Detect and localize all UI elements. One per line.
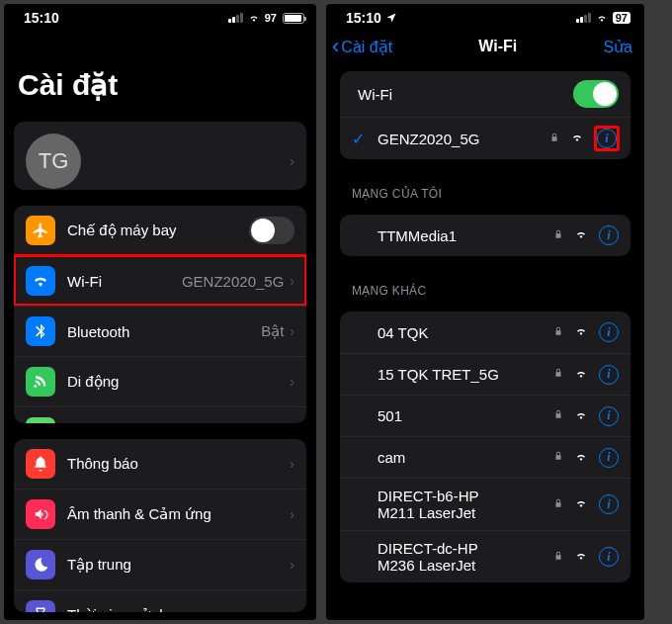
- screentime-row[interactable]: Thời gian sử dụng ›: [14, 589, 306, 612]
- location-icon: [385, 12, 397, 24]
- nav-title: Wi-Fi: [478, 38, 517, 55]
- network-row[interactable]: cami: [340, 436, 630, 478]
- battery-percent: 97: [265, 12, 277, 24]
- lock-icon: [553, 367, 563, 382]
- wifi-signal-icon: [573, 495, 589, 513]
- cellular-signal-icon: [576, 13, 591, 23]
- row-label: Di động: [67, 373, 290, 391]
- connected-network-row[interactable]: ✓ GENZ2020_5G i: [340, 117, 630, 159]
- wifi-settings-screen: 15:10 97 ‹ Cài đặt Wi-Fi Sửa Wi-Fi ✓ GEN…: [326, 4, 644, 620]
- my-networks-group: TTMMedia1 i: [340, 215, 630, 256]
- cellular-row[interactable]: Di động ›: [14, 356, 306, 406]
- battery-icon: [283, 13, 304, 24]
- status-time: 15:10: [346, 10, 381, 26]
- network-row[interactable]: DIRECT-dc-HPM236 LaserJeti: [340, 530, 630, 582]
- sounds-row[interactable]: Âm thanh & Cảm ứng ›: [14, 489, 306, 539]
- edit-button[interactable]: Sửa: [603, 38, 632, 56]
- wifi-signal-icon: [573, 366, 589, 384]
- network-row[interactable]: DIRECT-b6-HPM211 LaserJeti: [340, 478, 630, 530]
- row-label: Tập trung: [67, 556, 290, 574]
- chevron-right-icon: ›: [290, 506, 294, 522]
- wifi-signal-icon: [573, 548, 589, 566]
- wifi-signal-icon: [573, 407, 589, 425]
- hotspot-icon: [26, 417, 55, 422]
- network-name: 15 TQK TRET_5G: [378, 366, 553, 383]
- airplane-mode-row[interactable]: Chế độ máy bay: [14, 206, 306, 255]
- info-button[interactable]: i: [599, 494, 619, 514]
- info-button[interactable]: i: [597, 129, 617, 148]
- chevron-right-icon: ›: [290, 557, 294, 573]
- other-networks-header: MẠNG KHÁC: [326, 264, 644, 304]
- network-row[interactable]: TTMMedia1 i: [340, 215, 630, 256]
- chevron-right-icon: ›: [290, 607, 294, 612]
- network-name: cam: [378, 449, 553, 466]
- back-label: Cài đặt: [341, 38, 392, 56]
- info-button[interactable]: i: [599, 322, 619, 342]
- row-label: Wi-Fi: [67, 273, 182, 290]
- info-button[interactable]: i: [599, 448, 619, 468]
- cellular-icon: [26, 367, 55, 397]
- notifications-row[interactable]: Thông báo ›: [14, 439, 306, 489]
- bluetooth-icon: [26, 316, 55, 346]
- network-name: DIRECT-dc-HPM236 LaserJet: [378, 540, 553, 574]
- bluetooth-row[interactable]: Bluetooth Bật ›: [14, 306, 306, 356]
- wifi-toggle-group: Wi-Fi ✓ GENZ2020_5G i: [340, 71, 630, 159]
- airplane-icon: [26, 216, 55, 245]
- info-button[interactable]: i: [599, 547, 619, 567]
- hotspot-row[interactable]: Điểm truy cập cá nhân ›: [14, 406, 306, 422]
- row-label: Thời gian sử dụng: [67, 606, 290, 612]
- wifi-icon: [26, 266, 55, 296]
- cellular-signal-icon: [228, 13, 243, 23]
- chevron-left-icon: ‹: [332, 36, 339, 57]
- row-label: Thông báo: [67, 455, 290, 472]
- lock-icon: [549, 132, 559, 146]
- info-button[interactable]: i: [599, 225, 619, 245]
- battery-percent: 97: [613, 12, 630, 24]
- chevron-right-icon: ›: [290, 456, 294, 472]
- wifi-toggle-row[interactable]: Wi-Fi: [340, 71, 630, 117]
- row-value: Bật: [261, 322, 284, 340]
- apple-id-row[interactable]: TG ›: [14, 122, 306, 190]
- moon-icon: [26, 550, 55, 579]
- connectivity-group: Chế độ máy bay Wi-Fi GENZ2020_5G › Bluet…: [14, 206, 306, 422]
- row-label: Âm thanh & Cảm ứng: [67, 505, 290, 523]
- chevron-right-icon: ›: [290, 374, 294, 390]
- row-label: Bluetooth: [67, 323, 261, 340]
- wifi-toggle[interactable]: [573, 80, 619, 108]
- wifi-icon: [247, 12, 261, 24]
- row-value: GENZ2020_5G: [182, 273, 284, 290]
- row-label: Chế độ máy bay: [67, 222, 249, 239]
- chevron-right-icon: ›: [290, 153, 294, 169]
- network-row[interactable]: 501i: [340, 395, 630, 436]
- airplane-toggle[interactable]: [249, 217, 294, 244]
- info-button[interactable]: i: [599, 365, 619, 385]
- row-label: Wi-Fi: [352, 86, 573, 103]
- network-name: DIRECT-b6-HPM211 LaserJet: [378, 488, 553, 521]
- back-button[interactable]: ‹ Cài đặt: [332, 36, 392, 57]
- page-title: Cài đặt: [4, 28, 316, 114]
- hourglass-icon: [26, 600, 55, 612]
- network-name: 501: [378, 407, 553, 424]
- wifi-icon: [595, 12, 609, 24]
- avatar: TG: [26, 134, 81, 189]
- lock-icon: [553, 408, 563, 423]
- lock-icon: [553, 450, 563, 465]
- settings-screen: 15:10 97 Cài đặt TG › Chế độ máy bay Wi-…: [4, 4, 316, 620]
- wifi-signal-icon: [569, 130, 585, 147]
- profile-group: TG ›: [14, 122, 306, 190]
- wifi-signal-icon: [573, 449, 589, 467]
- lock-icon: [553, 228, 563, 243]
- network-row[interactable]: 04 TQKi: [340, 312, 630, 353]
- lock-icon: [553, 550, 563, 565]
- status-time: 15:10: [24, 10, 59, 26]
- my-networks-header: MẠNG CỦA TÔI: [326, 167, 644, 207]
- info-button[interactable]: i: [599, 406, 619, 426]
- wifi-row[interactable]: Wi-Fi GENZ2020_5G ›: [14, 255, 306, 306]
- focus-row[interactable]: Tập trung ›: [14, 539, 306, 589]
- speaker-icon: [26, 499, 55, 529]
- network-row[interactable]: 15 TQK TRET_5Gi: [340, 353, 630, 395]
- chevron-right-icon: ›: [290, 323, 294, 339]
- info-highlight: i: [595, 127, 619, 150]
- status-bar: 15:10 97: [326, 4, 644, 28]
- lock-icon: [553, 325, 563, 340]
